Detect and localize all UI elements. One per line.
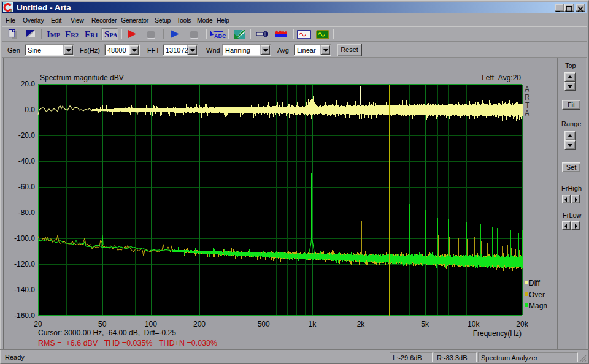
- svg-text:-60.0: -60.0: [18, 183, 36, 191]
- svg-text:200: 200: [193, 320, 206, 328]
- svg-text:5k: 5k: [421, 320, 429, 328]
- svg-text:-40.0: -40.0: [18, 157, 36, 165]
- svg-text:Diff: Diff: [529, 279, 540, 287]
- svg-text:-160.0: -160.0: [14, 311, 35, 320]
- svg-text:Over: Over: [529, 290, 545, 299]
- svg-text:-120.0: -120.0: [14, 260, 35, 268]
- svg-text:100: 100: [145, 320, 157, 328]
- svg-text:Frequency(Hz): Frequency(Hz): [473, 329, 522, 338]
- svg-text:Left Avg:20: Left Avg:20: [482, 74, 521, 82]
- svg-text:FR1: FR1: [85, 29, 98, 39]
- svg-text:FR2: FR2: [65, 29, 79, 39]
- svg-text:20.0: 20.0: [21, 80, 36, 88]
- svg-text:Cursor: 3000.00 Hz, -64.00 dB,: Cursor: 3000.00 Hz, -64.00 dB, Diff=-0.2…: [38, 328, 176, 337]
- svg-text:20k: 20k: [516, 320, 528, 328]
- svg-text:10k: 10k: [468, 320, 480, 328]
- svg-text:RMS = +6.6 dBV THD =0.035%: RMS = +6.6 dBV THD =0.035% THD+N =0.038%: [38, 339, 217, 347]
- svg-text:-140.0: -140.0: [14, 286, 35, 294]
- svg-text:T: T: [525, 101, 530, 110]
- svg-text:50: 50: [98, 320, 107, 328]
- svg-text:A: A: [525, 85, 529, 94]
- svg-text:Spectrum magnitude dBV: Spectrum magnitude dBV: [40, 74, 124, 82]
- svg-text:A: A: [525, 109, 529, 118]
- svg-text:0.0: 0.0: [25, 105, 35, 114]
- svg-text:-20.0: -20.0: [18, 131, 36, 140]
- svg-text:-100.0: -100.0: [14, 234, 35, 243]
- svg-text:ABC: ABC: [214, 33, 226, 39]
- svg-text:2k: 2k: [357, 320, 366, 328]
- svg-text:Magn: Magn: [529, 301, 547, 310]
- svg-text:-80.0: -80.0: [18, 208, 36, 217]
- svg-text:20: 20: [34, 320, 42, 328]
- svg-text:500: 500: [258, 320, 270, 328]
- svg-text:IMP: IMP: [47, 29, 61, 39]
- svg-text:R: R: [525, 93, 530, 102]
- svg-text:1k: 1k: [308, 320, 317, 328]
